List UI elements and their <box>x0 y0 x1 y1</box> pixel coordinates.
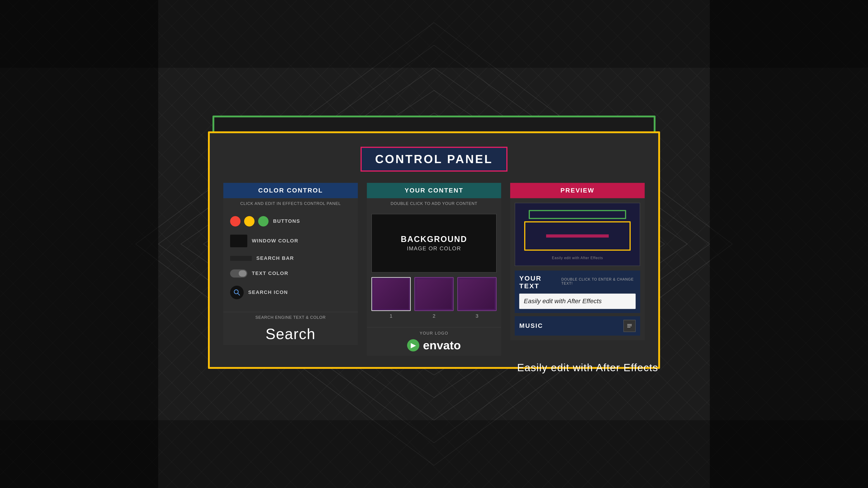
logo-label: YOUR LOGO <box>370 331 498 336</box>
color-row-searchicon: SEARCH ICON <box>230 286 351 299</box>
panel-title-wrapper: CONTROL PANEL <box>223 147 645 171</box>
preview-mini-yellow <box>524 221 631 251</box>
envato-text: envato <box>423 338 461 352</box>
preview-mini-text: Easily edit with After Effects <box>515 256 640 260</box>
svg-rect-8 <box>627 327 630 327</box>
logo-section: YOUR LOGO ▶ envato <box>367 327 501 356</box>
color-row-textcolor: TEXT COLOR <box>230 269 351 278</box>
columns: COLOR CONTROL CLICK AND EDIT IN EFFECTS … <box>223 183 645 356</box>
your-text-hint: DOUBLE CLICK TO ENTER & CHANGE TEXT! <box>561 278 636 286</box>
dot-red[interactable] <box>230 216 241 226</box>
envato-logo: ▶ envato <box>370 338 498 352</box>
color-col-body: BUTTONS WINDOW COLOR SEARCH BAR <box>223 209 358 312</box>
preview-col-body: Easily edit with After Effects YOUR TEXT… <box>510 198 645 340</box>
search-text: Search <box>223 323 358 345</box>
preview-screen: Easily edit with After Effects <box>515 203 640 266</box>
your-content-subheader: DOUBLE CLICK TO ADD YOUR CONTENT <box>367 198 501 209</box>
bg-placeholder[interactable]: BACKGROUND IMAGE OR COLOR <box>371 214 497 272</box>
buttons-label: BUTTONS <box>273 218 300 224</box>
preview-mini-green <box>529 210 626 219</box>
envato-icon: ▶ <box>407 339 419 351</box>
preview-col: PREVIEW Easily edit with After Effects <box>510 183 645 340</box>
svg-line-5 <box>238 293 240 295</box>
bottom-tagline: Easily edit with After Effects <box>517 361 658 374</box>
your-text-section: YOUR TEXT DOUBLE CLICK TO ENTER & CHANGE… <box>515 270 640 313</box>
color-row-window: WINDOW COLOR <box>230 234 351 247</box>
search-bar-swatch[interactable] <box>230 256 252 261</box>
ui-wrapper: CONTROL PANEL COLOR CONTROL CLICK AND ED… <box>208 109 660 369</box>
thumb-num-3: 3 <box>457 313 497 319</box>
text-color-label: TEXT COLOR <box>252 270 288 276</box>
svg-rect-3 <box>0 420 868 488</box>
thumbnails <box>371 277 497 311</box>
dot-yellow[interactable] <box>244 216 254 226</box>
preview-mini-search-bar <box>546 234 609 237</box>
bg-line1: BACKGROUND <box>401 234 467 244</box>
color-control-header: COLOR CONTROL <box>223 183 358 198</box>
control-panel: CONTROL PANEL COLOR CONTROL CLICK AND ED… <box>208 131 660 369</box>
thumb-numbers: 1 2 3 <box>371 313 497 319</box>
panel-title: CONTROL PANEL <box>361 147 508 171</box>
thumb-num-2: 2 <box>414 313 454 319</box>
search-icon-circle[interactable] <box>230 286 244 299</box>
music-section: MUSIC <box>515 316 640 335</box>
thumbnail-2[interactable] <box>414 277 454 311</box>
search-icon-label: SEARCH ICON <box>248 289 288 295</box>
bg-line2: IMAGE OR COLOR <box>407 246 461 252</box>
window-color-swatch[interactable] <box>230 234 247 247</box>
panel-stack: CONTROL PANEL COLOR CONTROL CLICK AND ED… <box>208 131 660 369</box>
svg-rect-2 <box>0 0 868 68</box>
text-color-toggle[interactable] <box>230 269 247 278</box>
color-control-subheader: CLICK AND EDIT IN EFFECTS CONTROL PANEL <box>223 198 358 209</box>
your-content-header: YOUR CONTENT <box>367 183 501 198</box>
your-content-col: YOUR CONTENT DOUBLE CLICK TO ADD YOUR CO… <box>367 183 501 356</box>
music-icon <box>627 323 632 328</box>
preview-header: PREVIEW <box>510 183 645 198</box>
your-text-title: YOUR TEXT <box>519 274 559 290</box>
color-row-buttons: BUTTONS <box>230 216 351 226</box>
svg-rect-1 <box>710 0 868 488</box>
svg-point-4 <box>234 290 238 294</box>
thumb-num-1: 1 <box>371 313 411 319</box>
your-text-header: YOUR TEXT DOUBLE CLICK TO ENTER & CHANGE… <box>519 274 636 290</box>
content-col-body: BACKGROUND IMAGE OR COLOR 1 2 3 <box>367 209 501 327</box>
svg-rect-0 <box>0 0 158 488</box>
buttons-dots <box>230 216 269 226</box>
svg-rect-7 <box>627 325 632 326</box>
thumbnail-3[interactable] <box>457 277 497 311</box>
your-text-content[interactable]: Easily edit with After Effects <box>519 293 636 309</box>
music-label: MUSIC <box>519 322 543 329</box>
svg-rect-6 <box>627 324 632 325</box>
search-bar-label: SEARCH BAR <box>256 255 294 261</box>
window-color-label: WINDOW COLOR <box>252 238 298 244</box>
dot-green[interactable] <box>258 216 269 226</box>
music-button[interactable] <box>623 320 636 332</box>
color-footer-text: SEARCH ENGINE TEXT & COLOR <box>223 312 358 323</box>
search-icon <box>233 289 241 296</box>
color-control-col: COLOR CONTROL CLICK AND EDIT IN EFFECTS … <box>223 183 358 345</box>
thumbnail-1[interactable] <box>371 277 411 311</box>
color-row-searchbar: SEARCH BAR <box>230 255 351 261</box>
